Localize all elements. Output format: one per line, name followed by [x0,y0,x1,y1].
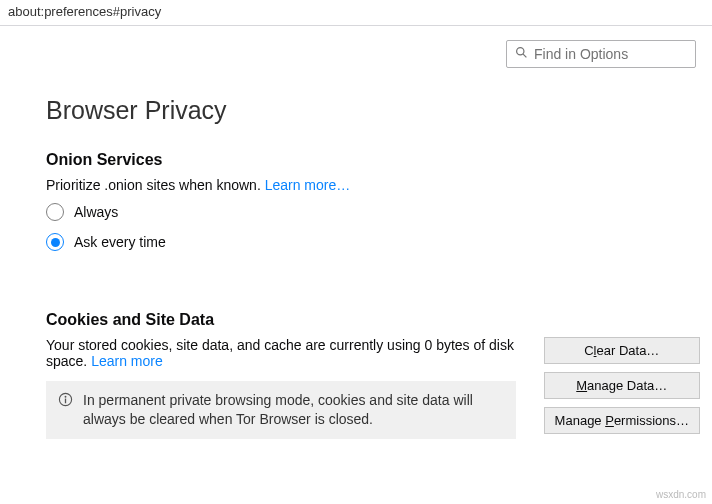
info-text: In permanent private browsing mode, cook… [83,391,504,429]
radio-button-icon [46,233,64,251]
svg-point-3 [65,396,67,398]
manage-permissions-button[interactable]: Manage Permissions… [544,407,700,434]
radio-always[interactable]: Always [46,203,700,221]
radio-ask-label: Ask every time [74,234,166,250]
svg-line-1 [523,54,526,57]
clear-data-button[interactable]: Clear Data… [544,337,700,364]
manage-data-button[interactable]: Manage Data… [544,372,700,399]
watermark: wsxdn.com [656,489,706,500]
cookies-title: Cookies and Site Data [46,311,700,329]
search-box[interactable] [506,40,696,68]
search-input[interactable] [534,46,687,62]
svg-point-0 [517,48,524,55]
onion-desc: Prioritize .onion sites when known. Lear… [46,177,700,193]
cookies-desc: Your stored cookies, site data, and cach… [46,337,524,369]
info-icon [58,391,83,410]
info-box: In permanent private browsing mode, cook… [46,381,516,439]
url-text: about:preferences#privacy [8,4,161,19]
url-bar[interactable]: about:preferences#privacy [0,0,712,26]
radio-always-label: Always [74,204,118,220]
onion-learn-more-link[interactable]: Learn more… [265,177,351,193]
onion-title: Onion Services [46,151,700,169]
svg-rect-4 [65,399,66,404]
radio-button-icon [46,203,64,221]
page-title: Browser Privacy [46,96,700,125]
radio-ask[interactable]: Ask every time [46,233,700,251]
cookies-learn-more-link[interactable]: Learn more [91,353,163,369]
search-icon [515,46,534,62]
